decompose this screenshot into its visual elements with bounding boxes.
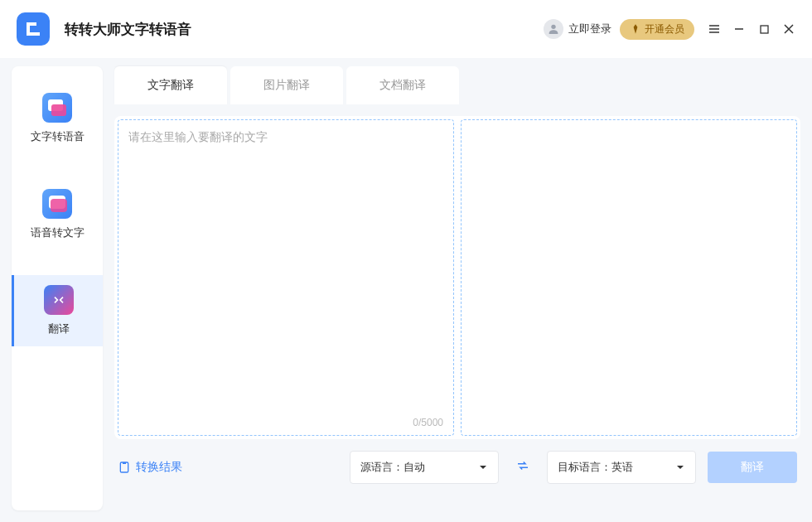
sidebar-item-label: 语音转文字 [31, 225, 85, 240]
window-controls [708, 22, 795, 36]
header: 转转大师文字转语音 立即登录 开通会员 [0, 0, 812, 58]
menu-icon[interactable] [708, 22, 721, 36]
stt-icon [42, 189, 72, 219]
vip-label: 开通会员 [645, 22, 684, 36]
target-text-panel [461, 119, 797, 436]
chevron-down-icon [675, 462, 685, 472]
tab-text-translate[interactable]: 文字翻译 [114, 66, 227, 104]
app-title: 转转大师文字转语音 [65, 20, 191, 39]
swap-button[interactable] [510, 453, 535, 481]
swap-icon [515, 458, 530, 473]
sidebar-item-label: 文字转语音 [31, 129, 85, 144]
login-button[interactable]: 立即登录 [544, 19, 611, 39]
bottom-bar: 转换结果 源语言：自动 目标语言：英语 翻译 [114, 451, 800, 484]
result-link[interactable]: 转换结果 [118, 460, 182, 475]
source-lang-select[interactable]: 源语言：自动 [350, 451, 499, 484]
tab-document-translate[interactable]: 文档翻译 [346, 66, 459, 104]
svg-rect-1 [761, 26, 768, 33]
translate-icon [44, 285, 74, 315]
sidebar-item-translate[interactable]: 翻译 [12, 275, 103, 346]
tabs: 文字翻译 图片翻译 文档翻译 [114, 66, 800, 104]
target-lang-select[interactable]: 目标语言：英语 [547, 451, 696, 484]
sidebar-item-label: 翻译 [48, 321, 70, 336]
app-logo [17, 12, 50, 46]
text-panels: 0/5000 [114, 116, 800, 439]
tts-icon [42, 93, 72, 123]
sidebar-item-stt[interactable]: 语音转文字 [12, 179, 103, 250]
source-text-input[interactable] [118, 120, 453, 435]
content: 文字翻译 图片翻译 文档翻译 0/5000 转换结果 源语言：自动 [114, 66, 800, 510]
svg-point-0 [551, 25, 555, 29]
close-icon[interactable] [782, 22, 795, 36]
sidebar-item-tts[interactable]: 文字转语音 [12, 83, 103, 154]
chevron-down-icon [478, 462, 488, 472]
main: 文字转语音 语音转文字 翻译 文字翻译 图片翻译 文档翻译 0/5000 [0, 58, 812, 522]
tab-image-translate[interactable]: 图片翻译 [230, 66, 343, 104]
avatar-icon [544, 19, 563, 39]
translate-button[interactable]: 翻译 [708, 452, 797, 483]
sidebar: 文字转语音 语音转文字 翻译 [12, 66, 103, 510]
login-label: 立即登录 [568, 22, 611, 36]
clipboard-icon [118, 461, 131, 474]
minimize-icon[interactable] [732, 22, 746, 36]
vip-button[interactable]: 开通会员 [620, 19, 694, 40]
target-lang-label: 目标语言：英语 [558, 460, 633, 475]
maximize-icon[interactable] [757, 22, 771, 36]
diamond-icon [630, 23, 641, 35]
source-text-panel: 0/5000 [118, 119, 454, 436]
char-count: 0/5000 [413, 417, 443, 428]
source-lang-label: 源语言：自动 [360, 460, 425, 475]
result-label: 转换结果 [136, 460, 182, 475]
